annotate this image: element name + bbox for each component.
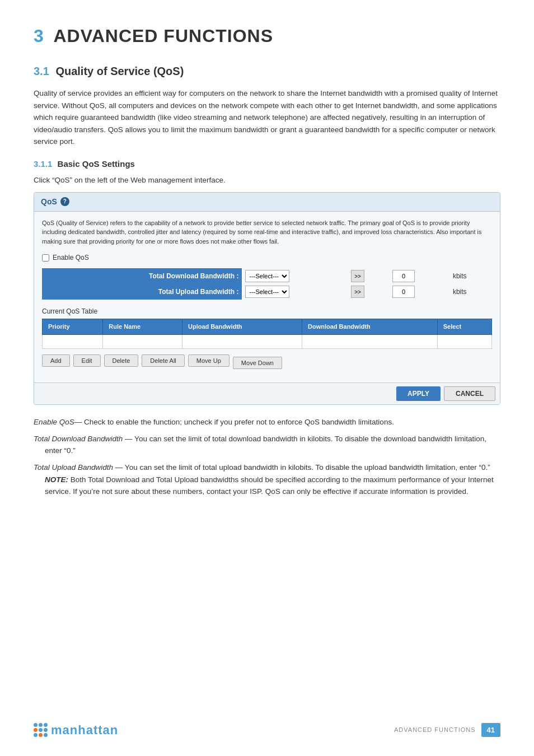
cancel-button[interactable]: CANCEL: [444, 386, 495, 401]
qos-col-priority: Priority: [43, 319, 103, 335]
subsection-num: 3.1.1: [34, 159, 52, 169]
download-bandwidth-row: Total Download Bandwidth : ---Select--- …: [42, 268, 492, 284]
subsection-title: 3.1.1 Basic QoS Settings: [34, 158, 500, 171]
click-instruction: Click “QoS” on the left of the Web manag…: [34, 175, 500, 186]
download-bandwidth-select[interactable]: ---Select---: [245, 270, 289, 282]
qos-actions: Add Edit Delete Delete All Move Up Move …: [42, 354, 492, 369]
upload-arrow-btn[interactable]: >>: [351, 286, 364, 298]
logo-dot-3: [44, 723, 48, 727]
current-qos-label: Current QoS Table: [42, 306, 492, 316]
logo-dot-7: [34, 733, 38, 737]
help-icon[interactable]: ?: [60, 197, 69, 206]
logo-dot-2: [39, 723, 43, 727]
page-footer: manhattan ADVANCED FUNCTIONS 41: [0, 721, 534, 739]
add-button[interactable]: Add: [42, 354, 70, 367]
logo-dot-6: [44, 728, 48, 732]
apply-button[interactable]: APPLY: [396, 386, 441, 401]
desc-item-download: Total Download Bandwidth — You can set t…: [34, 433, 500, 457]
delete-button[interactable]: Delete: [104, 354, 139, 367]
section-num: 3.1: [34, 65, 49, 77]
qos-col-upload: Upload Bandwidth: [182, 319, 302, 335]
qos-col-rule-name: Rule Name: [103, 319, 182, 335]
edit-button[interactable]: Edit: [73, 354, 101, 367]
logo-dot-1: [34, 723, 38, 727]
qos-table: Priority Rule Name Upload Bandwidth Down…: [42, 319, 492, 349]
upload-bandwidth-row: Total Upload Bandwidth : ---Select--- >>…: [42, 284, 492, 300]
upload-unit: kbits: [449, 284, 492, 300]
desc-term-upload: Total Upload Bandwidth: [34, 463, 113, 472]
logo-text: manhattan: [51, 721, 118, 739]
move-down-button[interactable]: Move Down: [233, 357, 282, 369]
qos-table-empty-row: [43, 334, 492, 349]
enable-qos-checkbox[interactable]: [42, 254, 49, 262]
section-body: Quality of service provides an efficient…: [34, 87, 500, 148]
section-title: 3.1 Quality of Service (QoS): [34, 63, 500, 80]
desc-item-upload: Total Upload Bandwidth — You can set the…: [34, 461, 500, 498]
qos-table-header-row: Priority Rule Name Upload Bandwidth Down…: [43, 319, 492, 335]
note-label: NOTE:: [45, 475, 68, 484]
apply-cancel-row: APPLY CANCEL: [34, 382, 500, 404]
qos-panel-header: QoS ?: [34, 193, 500, 212]
qos-panel-title: QoS: [41, 196, 57, 208]
qos-col-download: Download Bandwidth: [302, 319, 437, 335]
desc-term-download: Total Download Bandwidth: [34, 435, 123, 443]
footer-right: ADVANCED FUNCTIONS 41: [394, 723, 500, 738]
qos-description: QoS (Quality of Service) refers to the c…: [42, 218, 492, 246]
chapter-num: 3: [34, 26, 44, 46]
bandwidth-table: Total Download Bandwidth : ---Select--- …: [42, 268, 492, 300]
enable-qos-row: Enable QoS: [42, 253, 492, 263]
desc-term-enable-qos: Enable QoS: [34, 418, 74, 426]
download-arrow-btn[interactable]: >>: [351, 270, 364, 282]
chapter-title: 3 ADVANCED FUNCTIONS: [34, 22, 500, 49]
qos-panel-body: QoS (Quality of Service) refers to the c…: [34, 212, 500, 383]
move-up-button[interactable]: Move Up: [188, 354, 229, 367]
logo-dot-4: [34, 728, 38, 732]
logo-dot-9: [44, 733, 48, 737]
upload-bandwidth-select[interactable]: ---Select---: [245, 286, 289, 298]
logo-dot-5: [39, 728, 43, 732]
logo-dot-8: [39, 733, 43, 737]
logo-dots: [34, 723, 48, 737]
upload-value-input[interactable]: [392, 286, 415, 298]
download-unit: kbits: [449, 268, 492, 284]
desc-item-enable-qos: Enable QoS— Check to enable the function…: [34, 416, 500, 428]
qos-col-select: Select: [437, 319, 491, 335]
manhattan-logo: manhattan: [34, 721, 118, 739]
page: 3 ADVANCED FUNCTIONS 3.1 Quality of Serv…: [0, 0, 534, 756]
download-value-input[interactable]: [392, 270, 415, 282]
delete-all-button[interactable]: Delete All: [142, 354, 184, 367]
upload-bandwidth-label: Total Upload Bandwidth :: [42, 284, 242, 300]
footer-section-label: ADVANCED FUNCTIONS: [394, 725, 476, 735]
footer-page-num: 41: [481, 723, 500, 738]
qos-panel: QoS ? QoS (Quality of Service) refers to…: [34, 192, 500, 405]
description-list: Enable QoS— Check to enable the function…: [34, 416, 500, 498]
enable-qos-label: Enable QoS: [53, 253, 89, 263]
move-down-row: Move Down: [233, 357, 282, 369]
actions-row-1: Add Edit Delete Delete All Move Up: [42, 354, 229, 367]
download-bandwidth-label: Total Download Bandwidth :: [42, 268, 242, 284]
